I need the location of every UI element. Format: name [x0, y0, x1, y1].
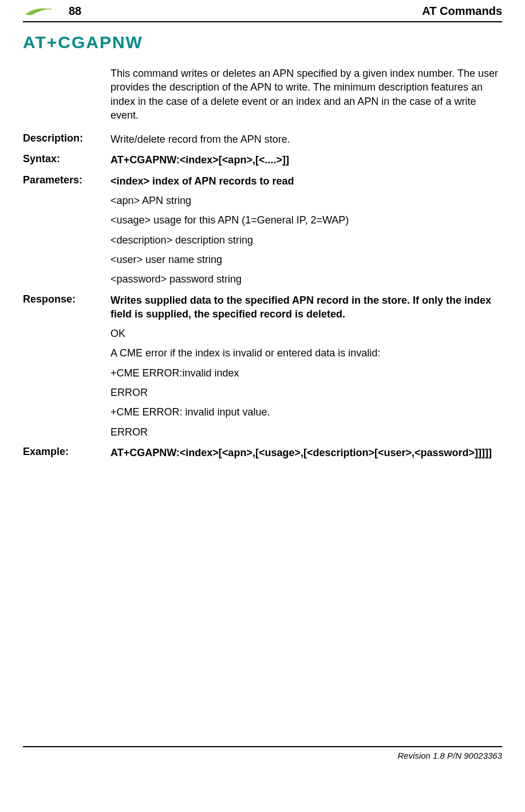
header-divider [23, 21, 502, 22]
page-number: 88 [69, 5, 81, 18]
response-label: Response: [23, 293, 110, 439]
description-content: Write/delete record from the APN store. [110, 132, 502, 146]
description-label: Description: [23, 132, 110, 146]
response-entry: Response: Writes supplied data to the sp… [23, 293, 502, 439]
description-entry: Description: Write/delete record from th… [23, 132, 502, 146]
footer-text: Revision 1.8 P/N 90023363 [23, 747, 502, 760]
page-footer: Revision 1.8 P/N 90023363 [23, 746, 502, 760]
page-header: 88 AT Commands [23, 0, 502, 20]
example-content: AT+CGAPNW:<index>[<apn>,[<usage>,[<descr… [110, 446, 502, 460]
chapter-title: AT Commands [422, 5, 502, 18]
parameters-entry: Parameters: <index> index of APN records… [23, 174, 502, 287]
syntax-content: AT+CGAPNW:<index>[<apn>,[<....>]] [110, 153, 502, 167]
syntax-label: Syntax: [23, 153, 110, 167]
logo-icon [23, 6, 57, 17]
parameters-content: <index> index of APN records to read <ap… [110, 174, 502, 287]
intro-paragraph: This command writes or deletes an APN sp… [110, 66, 502, 122]
parameters-label: Parameters: [23, 174, 110, 287]
example-entry: Example: AT+CGAPNW:<index>[<apn>,[<usage… [23, 446, 502, 460]
command-title: AT+CGAPNW [23, 33, 502, 52]
response-content: Writes supplied data to the specified AP… [110, 293, 502, 439]
syntax-entry: Syntax: AT+CGAPNW:<index>[<apn>,[<....>]… [23, 153, 502, 167]
example-label: Example: [23, 446, 110, 460]
